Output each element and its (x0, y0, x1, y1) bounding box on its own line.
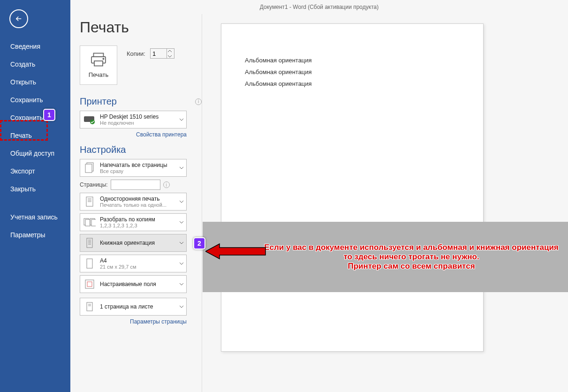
annotation-text-3: Принтер сам со всем справится (348, 262, 475, 271)
chevron-down-icon (180, 167, 183, 169)
chevron-down-icon (180, 119, 183, 121)
collate-combo[interactable]: Разобрать по копиям 1,2,3 1,2,3 1,2,3 (80, 213, 187, 231)
content-row: Печать Печать Копии: (70, 14, 568, 392)
copies-down[interactable] (167, 53, 173, 58)
margins-combo[interactable]: Настраиваемые поля (80, 275, 187, 293)
info-icon[interactable]: i (195, 98, 202, 105)
sidebar-item-open[interactable]: Открыть (0, 73, 70, 91)
copies-spinner[interactable] (150, 48, 174, 59)
annotation-text-1: Если у вас в документе используется и ал… (264, 243, 559, 252)
svg-rect-0 (94, 53, 104, 57)
pages-row: Страницы: i (80, 180, 202, 190)
chevron-down-icon (180, 221, 183, 224)
orientation-combo[interactable]: Книжная ориентация (80, 234, 187, 252)
preview-line: Альбомная ориентация (245, 80, 460, 87)
sidebar-item-export[interactable]: Экспорт (0, 162, 70, 180)
print-button[interactable]: Печать (80, 45, 117, 85)
printer-name: HP Deskjet 1510 series (100, 113, 176, 120)
per-sheet-combo[interactable]: 1 страница на листе (80, 298, 187, 316)
print-range-combo[interactable]: Напечатать все страницы Все сразу (80, 159, 187, 177)
info-icon[interactable]: i (163, 181, 170, 188)
settings-heading: Настройка (80, 144, 202, 155)
printer-status: Не подключен (100, 120, 176, 126)
annotation-text-2: то здесь ничего трогать не нужно. (343, 252, 479, 262)
chevron-down-icon (168, 55, 172, 57)
back-button[interactable] (9, 9, 28, 28)
svg-rect-22 (85, 280, 94, 288)
svg-rect-7 (85, 164, 92, 173)
copies-up[interactable] (167, 49, 173, 53)
print-settings-column: Печать Печать Копии: (70, 14, 202, 392)
sidebar-item-new[interactable]: Создать (0, 55, 70, 73)
printer-combo[interactable]: HP Deskjet 1510 series Не подключен (80, 111, 187, 128)
annotation-badge-1: 1 (43, 109, 55, 121)
sidebar-item-share[interactable]: Общий доступ (0, 144, 70, 162)
sidebar-item-options[interactable]: Параметры (0, 226, 70, 244)
chevron-down-icon (180, 306, 183, 308)
svg-rect-24 (87, 302, 92, 311)
page-preview: Альбомная ориентация Альбомная ориентаци… (221, 23, 484, 352)
preview-line: Альбомная ориентация (245, 57, 460, 64)
sidebar-item-info[interactable]: Сведения (0, 38, 70, 55)
chevron-up-icon (168, 50, 172, 53)
print-row: Печать Копии: (80, 45, 202, 85)
page-icon (83, 195, 96, 208)
window-title: Документ1 - Word (Сбой активации продукт… (70, 0, 568, 14)
printer-device-icon (83, 113, 96, 126)
copies-label: Копии: (127, 50, 145, 57)
page-params-link[interactable]: Параметры страницы (80, 318, 187, 325)
annotation-badge-2: 2 (193, 237, 205, 249)
printer-heading: Принтер i (80, 96, 202, 107)
chevron-down-icon (180, 263, 183, 265)
chevron-down-icon (180, 201, 183, 203)
copies-row: Копии: (127, 45, 174, 59)
sidebar-item-account[interactable]: Учетная запись (0, 208, 70, 226)
sidebar-item-save[interactable]: Сохранить (0, 91, 70, 109)
page-title: Печать (80, 19, 202, 36)
paper-icon (83, 257, 96, 270)
print-button-label: Печать (89, 71, 109, 78)
portrait-icon (83, 236, 96, 249)
app-root: Сведения Создать Открыть Сохранить Сохра… (0, 0, 568, 392)
pages-input[interactable] (111, 180, 160, 190)
main-area: Документ1 - Word (Сбой активации продукт… (70, 0, 568, 392)
svg-rect-15 (91, 219, 96, 226)
sidebar-item-close[interactable]: Закрыть (0, 180, 70, 198)
sidebar-item-saveas[interactable]: Сохранить и (0, 109, 70, 127)
svg-rect-2 (94, 61, 103, 66)
svg-rect-21 (87, 259, 92, 268)
margins-icon (83, 278, 96, 291)
printer-icon (90, 53, 107, 67)
sides-combo[interactable]: Односторонняя печать Печатать только на … (80, 193, 187, 211)
printer-properties-link[interactable]: Свойства принтера (80, 131, 187, 138)
chevron-down-icon (180, 283, 183, 286)
copies-input[interactable] (151, 50, 167, 57)
annotation-arrow-icon (205, 242, 266, 261)
backstage-sidebar: Сведения Создать Открыть Сохранить Сохра… (0, 0, 70, 392)
preview-line: Альбомная ориентация (245, 68, 460, 75)
chevron-down-icon (180, 242, 183, 244)
pages-label: Страницы: (80, 181, 108, 188)
per-sheet-icon (83, 300, 96, 313)
svg-point-3 (103, 58, 104, 59)
sidebar-item-print[interactable]: Печать (0, 127, 70, 144)
pages-icon (83, 161, 96, 174)
svg-marker-27 (205, 244, 265, 259)
svg-rect-23 (87, 282, 92, 286)
paper-combo[interactable]: A4 21 см x 29,7 см (80, 255, 187, 272)
arrow-left-icon (15, 15, 23, 23)
svg-rect-13 (85, 219, 90, 226)
preview-column: Альбомная ориентация Альбомная ориентаци… (202, 14, 568, 392)
collate-icon (83, 216, 96, 229)
